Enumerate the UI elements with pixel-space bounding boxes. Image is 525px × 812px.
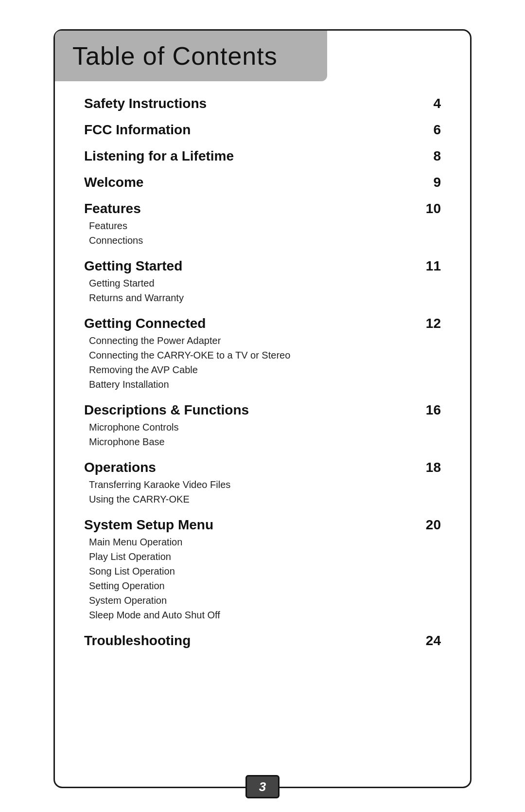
label-getting-connected: Getting Connected	[84, 316, 206, 331]
page-safety-instructions: 4	[421, 96, 441, 111]
section-system-setup-menu: System Setup Menu20Main Menu OperationPl…	[84, 517, 441, 622]
sub-item-operations-1[interactable]: Using the CARRY-OKE	[89, 492, 441, 506]
label-features: Features	[84, 201, 141, 217]
label-system-setup-menu: System Setup Menu	[84, 517, 213, 533]
label-troubleshooting: Troubleshooting	[84, 633, 191, 649]
sub-items-getting-started: Getting StartedReturns and Warranty	[84, 276, 441, 305]
label-operations: Operations	[84, 460, 156, 475]
entry-system-setup-menu[interactable]: System Setup Menu20	[84, 517, 441, 533]
sub-item-getting-started-0[interactable]: Getting Started	[89, 276, 441, 290]
sub-items-operations: Transferring Karaoke Video FilesUsing th…	[84, 477, 441, 506]
label-descriptions-functions: Descriptions & Functions	[84, 402, 249, 418]
sub-item-system-setup-menu-2[interactable]: Song List Operation	[89, 564, 441, 578]
toc-title: Table of Contents	[72, 42, 278, 70]
section-safety-instructions: Safety Instructions4	[84, 96, 441, 111]
sub-item-system-setup-menu-3[interactable]: Setting Operation	[89, 578, 441, 593]
toc-header: Table of Contents	[55, 31, 327, 81]
label-listening-lifetime: Listening for a Lifetime	[84, 148, 234, 164]
sub-item-getting-connected-1[interactable]: Connecting the CARRY-OKE to a TV or Ster…	[89, 348, 441, 362]
entry-listening-lifetime[interactable]: Listening for a Lifetime8	[84, 148, 441, 164]
page-welcome: 9	[421, 175, 441, 190]
section-getting-started: Getting Started11Getting StartedReturns …	[84, 258, 441, 305]
section-welcome: Welcome9	[84, 175, 441, 190]
label-safety-instructions: Safety Instructions	[84, 96, 207, 111]
page-number-box: 3	[245, 775, 280, 798]
sub-item-system-setup-menu-5[interactable]: Sleep Mode and Auto Shut Off	[89, 608, 441, 622]
entry-features[interactable]: Features10	[84, 201, 441, 217]
page-number: 3	[259, 779, 266, 794]
section-troubleshooting: Troubleshooting24	[84, 633, 441, 649]
page-troubleshooting: 24	[421, 633, 441, 649]
sub-item-getting-connected-0[interactable]: Connecting the Power Adapter	[89, 333, 441, 348]
sub-item-system-setup-menu-4[interactable]: System Operation	[89, 593, 441, 608]
page-fcc-information: 6	[421, 122, 441, 138]
sub-item-getting-connected-3[interactable]: Battery Installation	[89, 377, 441, 392]
sub-item-operations-0[interactable]: Transferring Karaoke Video Files	[89, 477, 441, 492]
entry-getting-connected[interactable]: Getting Connected12	[84, 316, 441, 331]
entry-troubleshooting[interactable]: Troubleshooting24	[84, 633, 441, 649]
sub-item-system-setup-menu-0[interactable]: Main Menu Operation	[89, 535, 441, 549]
content-area: Safety Instructions4FCC Information6List…	[55, 96, 470, 649]
entry-welcome[interactable]: Welcome9	[84, 175, 441, 190]
entry-operations[interactable]: Operations18	[84, 460, 441, 475]
sub-item-features-0[interactable]: Features	[89, 218, 441, 233]
section-operations: Operations18Transferring Karaoke Video F…	[84, 460, 441, 506]
label-welcome: Welcome	[84, 175, 143, 190]
section-descriptions-functions: Descriptions & Functions16Microphone Con…	[84, 402, 441, 449]
label-fcc-information: FCC Information	[84, 122, 191, 138]
page-getting-connected: 12	[421, 316, 441, 331]
sub-item-descriptions-functions-0[interactable]: Microphone Controls	[89, 420, 441, 434]
entry-getting-started[interactable]: Getting Started11	[84, 258, 441, 274]
page-wrapper: Table of Contents Safety Instructions4FC…	[53, 29, 472, 788]
section-listening-lifetime: Listening for a Lifetime8	[84, 148, 441, 164]
section-getting-connected: Getting Connected12Connecting the Power …	[84, 316, 441, 392]
sub-items-system-setup-menu: Main Menu OperationPlay List OperationSo…	[84, 535, 441, 622]
label-getting-started: Getting Started	[84, 258, 182, 274]
sub-items-features: FeaturesConnections	[84, 218, 441, 248]
sub-item-features-1[interactable]: Connections	[89, 233, 441, 248]
entry-descriptions-functions[interactable]: Descriptions & Functions16	[84, 402, 441, 418]
sub-items-descriptions-functions: Microphone ControlsMicrophone Base	[84, 420, 441, 449]
page-features: 10	[421, 201, 441, 217]
entry-fcc-information[interactable]: FCC Information6	[84, 122, 441, 138]
page-listening-lifetime: 8	[421, 148, 441, 164]
section-features: Features10FeaturesConnections	[84, 201, 441, 248]
page-operations: 18	[421, 460, 441, 475]
sub-item-system-setup-menu-1[interactable]: Play List Operation	[89, 549, 441, 564]
page-system-setup-menu: 20	[421, 517, 441, 533]
sub-item-getting-connected-2[interactable]: Removing the AVP Cable	[89, 362, 441, 377]
sub-item-descriptions-functions-1[interactable]: Microphone Base	[89, 434, 441, 449]
section-fcc-information: FCC Information6	[84, 122, 441, 138]
page-getting-started: 11	[421, 258, 441, 274]
entry-safety-instructions[interactable]: Safety Instructions4	[84, 96, 441, 111]
sub-item-getting-started-1[interactable]: Returns and Warranty	[89, 290, 441, 305]
sub-items-getting-connected: Connecting the Power AdapterConnecting t…	[84, 333, 441, 392]
page-descriptions-functions: 16	[421, 402, 441, 418]
